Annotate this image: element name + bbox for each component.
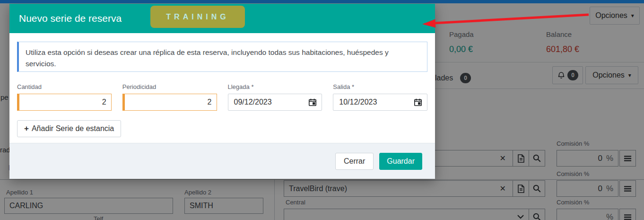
cantidad-field: Cantidad xyxy=(17,83,112,111)
top-navbar xyxy=(0,0,644,3)
plus-icon: + xyxy=(24,124,29,133)
modal-body: Utiliza esta opción si deseas crear una … xyxy=(9,33,435,143)
llegada-label: Llegada * xyxy=(228,83,322,90)
calendar-icon xyxy=(308,98,317,106)
periodicidad-input[interactable] xyxy=(122,94,217,111)
add-series-button[interactable]: + Añadir Serie de estancia xyxy=(17,120,121,137)
save-button[interactable]: Guardar xyxy=(379,153,422,170)
modal-footer: Cerrar Guardar xyxy=(9,143,435,179)
llegada-field: Llegada * 09/12/2023 xyxy=(228,83,322,111)
modal-header: Nuevo serie de reserva TRAINING xyxy=(9,4,435,33)
series-fields-row: Cantidad Periodicidad Llegada * 09/12/20… xyxy=(17,83,427,111)
llegada-input[interactable]: 09/12/2023 xyxy=(228,94,322,111)
training-badge: TRAINING xyxy=(150,6,245,28)
screen: Opciones ▾ Pagada 0,00 € Balance 601,80 … xyxy=(0,0,644,220)
llegada-value: 09/12/2023 xyxy=(234,98,272,106)
info-message: Utiliza esta opción si deseas crear una … xyxy=(17,42,427,72)
cantidad-input[interactable] xyxy=(17,94,112,111)
calendar-icon xyxy=(414,98,422,106)
salida-value: 10/12/2023 xyxy=(339,98,377,106)
cantidad-label: Cantidad xyxy=(17,83,112,90)
modal-title: Nuevo serie de reserva xyxy=(19,13,122,24)
add-series-label: Añadir Serie de estancia xyxy=(32,124,114,133)
periodicidad-field: Periodicidad xyxy=(122,83,217,111)
periodicidad-label: Periodicidad xyxy=(122,83,217,90)
close-button[interactable]: Cerrar xyxy=(335,153,374,170)
salida-label: Salida * xyxy=(333,83,427,90)
salida-field: Salida * 10/12/2023 xyxy=(333,83,427,111)
salida-input[interactable]: 10/12/2023 xyxy=(333,94,427,111)
new-reservation-series-modal: Nuevo serie de reserva TRAINING Utiliza … xyxy=(9,4,435,179)
